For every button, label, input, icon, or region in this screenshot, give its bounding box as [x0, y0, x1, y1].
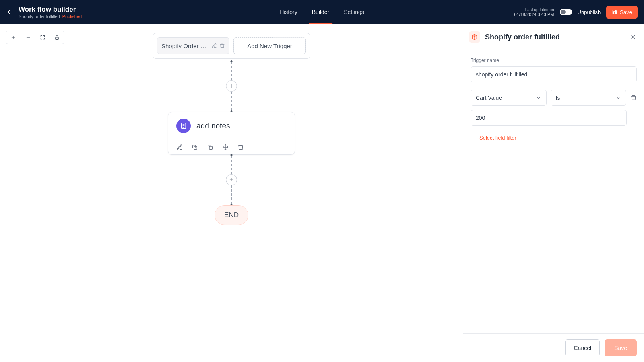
flow-line: [231, 156, 232, 174]
save-icon: [612, 9, 617, 15]
filter-field-select[interactable]: Cart Value: [471, 90, 547, 106]
delete-filter-icon[interactable]: [630, 95, 637, 101]
canvas[interactable]: Shopify Order F… Add New Trigger add not…: [0, 24, 463, 362]
panel-title: Shopify order fulfilled: [485, 33, 625, 41]
duplicate-icon[interactable]: [207, 144, 213, 150]
end-node: END: [215, 205, 248, 225]
tab-settings[interactable]: Settings: [344, 0, 364, 24]
canvas-toolbar: [6, 31, 64, 44]
tab-history[interactable]: History: [280, 0, 297, 24]
publish-status: Published: [62, 14, 82, 19]
fullscreen-button[interactable]: [35, 31, 50, 44]
panel-body: Trigger name Cart Value Is Select field …: [463, 50, 644, 333]
save-button[interactable]: Save: [606, 6, 638, 19]
filter-row: Cart Value Is: [471, 90, 637, 106]
side-panel: Shopify order fulfilled Trigger name Car…: [463, 24, 644, 362]
save-button-label: Save: [620, 9, 632, 15]
edit-icon[interactable]: [211, 43, 217, 49]
app-header: Work flow builder Shopify order fulfille…: [0, 0, 644, 24]
node-actions: [168, 140, 295, 154]
flow-line: [231, 92, 232, 110]
last-updated-label: Last updated on: [525, 8, 554, 12]
tab-builder[interactable]: Builder: [312, 0, 330, 24]
panel-footer: Cancel Save: [463, 333, 644, 362]
back-icon[interactable]: [6, 8, 14, 16]
edit-icon[interactable]: [176, 144, 183, 150]
flow-line: [231, 185, 232, 204]
add-node-button[interactable]: [226, 174, 237, 185]
filter-operator-select[interactable]: Is: [551, 90, 627, 106]
last-updated: Last updated on 01/18/2024 3:43 PM: [514, 8, 554, 17]
add-filter-label: Select field filter: [479, 135, 516, 141]
toggle-label: Unpublish: [578, 9, 601, 15]
panel-save-button[interactable]: Save: [605, 339, 637, 356]
node-header: add notes: [168, 112, 295, 140]
chevron-down-icon: [615, 95, 621, 101]
node-title: add notes: [196, 121, 230, 130]
trigger-chip[interactable]: Shopify Order F…: [157, 37, 229, 54]
svg-rect-0: [56, 37, 59, 39]
shopify-icon: [469, 31, 480, 43]
lock-button[interactable]: [50, 31, 64, 44]
header-right: Last updated on 01/18/2024 3:43 PM Unpub…: [514, 6, 638, 19]
last-updated-date: 01/18/2024 3:43 PM: [514, 12, 554, 17]
add-filter-button[interactable]: Select field filter: [471, 135, 637, 141]
chevron-down-icon: [536, 95, 541, 101]
filter-op-value: Is: [556, 95, 560, 101]
filter-value-input[interactable]: [471, 110, 627, 126]
flow-line: [231, 62, 232, 80]
delete-icon[interactable]: [237, 144, 244, 150]
plus-icon: [471, 136, 475, 140]
zoom-out-button[interactable]: [21, 31, 35, 44]
move-icon[interactable]: [222, 144, 229, 150]
header-tabs: History Builder Settings: [280, 0, 364, 24]
add-node-button[interactable]: [226, 80, 237, 92]
filter-field-value: Cart Value: [476, 95, 502, 101]
panel-header: Shopify order fulfilled: [463, 24, 644, 50]
publish-toggle[interactable]: [560, 9, 572, 15]
note-icon: [176, 119, 191, 133]
close-icon[interactable]: [630, 33, 637, 41]
copy-icon[interactable]: [192, 144, 198, 150]
trigger-name-input[interactable]: [471, 66, 637, 82]
header-left: Work flow builder Shopify order fulfille…: [6, 6, 82, 19]
delete-icon[interactable]: [219, 43, 225, 49]
trigger-chip-label: Shopify Order F…: [161, 43, 209, 49]
zoom-in-button[interactable]: [6, 31, 21, 44]
trigger-name-label: Trigger name: [471, 58, 637, 63]
page-subtitle: Shopify order fulfilled: [19, 14, 60, 19]
trigger-container: Shopify Order F… Add New Trigger: [153, 33, 310, 59]
cancel-button[interactable]: Cancel: [565, 339, 600, 356]
page-title: Work flow builder: [19, 6, 82, 14]
add-trigger-button[interactable]: Add New Trigger: [233, 37, 306, 54]
header-title-block: Work flow builder Shopify order fulfille…: [19, 6, 82, 19]
action-node[interactable]: add notes: [168, 112, 295, 155]
